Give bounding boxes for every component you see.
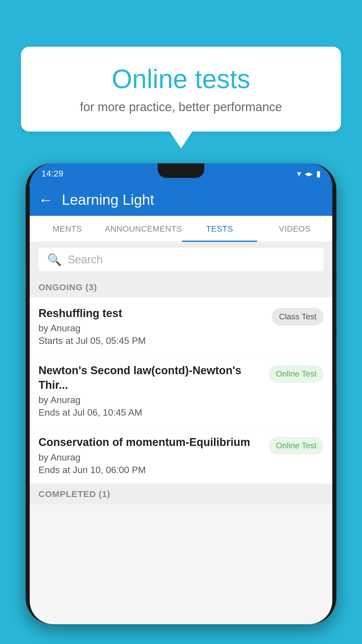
- speech-bubble-tail: [169, 131, 193, 148]
- test-info-newton: Newton's Second law(contd)-Newton's Thir…: [38, 363, 269, 418]
- app-bar-title: Learning Light: [62, 191, 154, 208]
- tab-tests[interactable]: TESTS: [182, 216, 257, 242]
- speech-bubble-subtitle: for more practice, better performance: [44, 100, 318, 114]
- battery-icon: ▮: [316, 169, 321, 178]
- volume-down-button[interactable]: [26, 262, 26, 286]
- completed-label: COMPLETED (1): [38, 489, 110, 499]
- volume-down-button-2[interactable]: [336, 338, 336, 385]
- wifi-icon: ▾: [297, 169, 301, 178]
- test-item-conservation[interactable]: Conservation of momentum-Equilibrium by …: [30, 426, 332, 484]
- ongoing-section-header: ONGOING (3): [30, 277, 332, 298]
- test-badge-conservation: Online Test: [269, 437, 324, 454]
- search-bar[interactable]: 🔍 Search: [38, 248, 324, 271]
- status-icons: ▾ ◂▸ ▮: [297, 169, 321, 178]
- power-button[interactable]: [336, 242, 336, 271]
- test-title-newton: Newton's Second law(contd)-Newton's Thir…: [38, 363, 263, 392]
- test-item-reshuffling[interactable]: Reshuffling test by Anurag Starts at Jul…: [30, 298, 332, 355]
- test-time-conservation: Ends at Jun 10, 06:00 PM: [38, 465, 263, 475]
- test-author-newton: by Anurag: [38, 395, 263, 405]
- phone-screen: 14:29 ▾ ◂▸ ▮ ← Learning Light MENTS ANNO…: [30, 163, 332, 624]
- search-icon: 🔍: [47, 253, 62, 267]
- back-button[interactable]: ←: [38, 191, 53, 208]
- test-info-reshuffling: Reshuffling test by Anurag Starts at Jul…: [38, 306, 272, 346]
- search-input[interactable]: Search: [68, 253, 103, 266]
- test-info-conservation: Conservation of momentum-Equilibrium by …: [38, 435, 269, 475]
- phone-wrapper: 14:29 ▾ ◂▸ ▮ ← Learning Light MENTS ANNO…: [26, 163, 336, 644]
- tab-videos[interactable]: VIDEOS: [257, 216, 332, 242]
- speech-bubble-title: Online tests: [44, 64, 318, 94]
- test-time-newton: Ends at Jul 06, 10:45 AM: [38, 407, 263, 418]
- test-title-reshuffling: Reshuffling test: [38, 306, 266, 321]
- test-badge-newton: Online Test: [269, 365, 324, 383]
- test-badge-reshuffling: Class Test: [272, 308, 324, 326]
- notch: [158, 163, 204, 178]
- test-title-conservation: Conservation of momentum-Equilibrium: [38, 435, 263, 449]
- speech-bubble-container: Online tests for more practice, better p…: [21, 47, 341, 148]
- test-author-conservation: by Anurag: [38, 452, 263, 463]
- test-item-newton[interactable]: Newton's Second law(contd)-Newton's Thir…: [30, 355, 332, 426]
- app-bar: ← Learning Light: [30, 184, 332, 216]
- signal-icon: ◂▸: [305, 169, 313, 178]
- tabs-bar: MENTS ANNOUNCEMENTS TESTS VIDEOS: [30, 216, 332, 242]
- completed-section-header: COMPLETED (1): [30, 484, 332, 504]
- status-time: 14:29: [41, 169, 63, 178]
- ongoing-label: ONGOING (3): [38, 282, 97, 292]
- phone-frame: 14:29 ▾ ◂▸ ▮ ← Learning Light MENTS ANNO…: [26, 163, 336, 624]
- tab-ments[interactable]: MENTS: [30, 216, 105, 242]
- tests-list: Reshuffling test by Anurag Starts at Jul…: [30, 298, 332, 484]
- test-author-reshuffling: by Anurag: [38, 323, 266, 334]
- test-time-reshuffling: Starts at Jul 05, 05:45 PM: [38, 335, 266, 346]
- volume-up-button[interactable]: [336, 280, 336, 327]
- tab-announcements[interactable]: ANNOUNCEMENTS: [105, 216, 182, 242]
- speech-bubble: Online tests for more practice, better p…: [21, 47, 341, 132]
- search-bar-container: 🔍 Search: [30, 242, 332, 277]
